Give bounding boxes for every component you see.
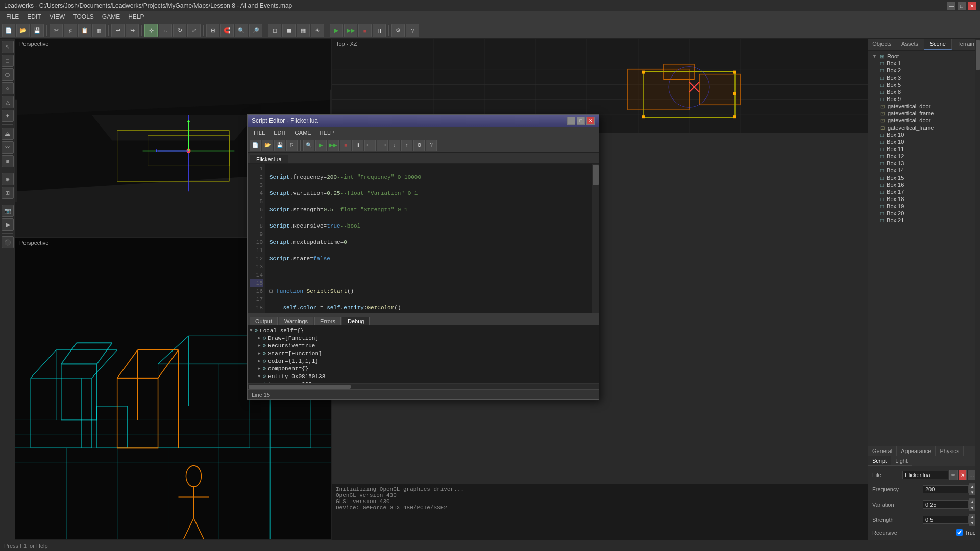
- sb-anim[interactable]: ▶: [2, 218, 14, 231]
- prop-str-input[interactable]: [923, 516, 969, 524]
- tb-snap[interactable]: 🧲: [220, 24, 234, 37]
- se-menu-game[interactable]: GAME: [290, 129, 315, 137]
- tb-copy[interactable]: ⎘: [64, 24, 77, 37]
- tree-item-gvdoor2[interactable]: ⊡ gatevertical_door: [878, 117, 978, 124]
- prop-file-input[interactable]: [902, 471, 948, 479]
- prop-file-edit-btn[interactable]: ✏: [949, 470, 958, 480]
- tb-redo[interactable]: ↪: [126, 24, 139, 37]
- se-hscroll-thumb[interactable]: [249, 385, 351, 389]
- se-hscrollbar[interactable]: [248, 383, 599, 389]
- tb-grid[interactable]: ⊞: [206, 24, 219, 37]
- prop-file-del-btn[interactable]: ✕: [959, 470, 967, 480]
- se-vscrollbar[interactable]: [592, 164, 599, 313]
- tree-item-box2[interactable]: □ Box 2: [878, 67, 978, 74]
- sb-paint[interactable]: ⚫: [2, 236, 14, 248]
- props-tab-appearance[interactable]: Appearance: [897, 446, 936, 456]
- tree-item-box12[interactable]: □ Box 12: [878, 153, 978, 160]
- tree-item-box21[interactable]: □ Box 21: [878, 217, 978, 224]
- prop-freq-input[interactable]: [923, 485, 969, 493]
- tb-delete[interactable]: 🗑: [92, 24, 106, 37]
- props-tab-scene[interactable]: Scene: [924, 39, 952, 50]
- tb-settings[interactable]: ⚙: [391, 24, 405, 37]
- tree-item-box16[interactable]: □ Box 16: [878, 181, 978, 188]
- tb-zoom-in[interactable]: 🔍: [235, 24, 248, 37]
- tree-item-box8[interactable]: □ Box 8: [878, 88, 978, 95]
- tb-cut[interactable]: ✂: [50, 24, 63, 37]
- se-close[interactable]: ✕: [586, 117, 595, 125]
- se-tb-run[interactable]: ▶: [315, 140, 327, 151]
- menu-view[interactable]: VIEW: [45, 12, 69, 21]
- tb-undo[interactable]: ↩: [111, 24, 125, 37]
- tb-paste[interactable]: 📋: [78, 24, 91, 37]
- se-tb-open[interactable]: 📂: [262, 140, 273, 151]
- tb-select[interactable]: ⊹: [144, 24, 158, 37]
- sb-water[interactable]: 〰: [2, 141, 14, 154]
- tb-wireframe[interactable]: ◻: [268, 24, 281, 37]
- scene-tree[interactable]: ▼ ⊞ Root □ Box 1 □ Box 2 □ Box 3 □: [868, 51, 980, 446]
- tb-help[interactable]: ?: [406, 24, 419, 37]
- sb-prefab[interactable]: ⊕: [2, 173, 14, 185]
- debug-content[interactable]: ▼ ⚙ Local self={} ▶ ⚙ Draw=[Function] ▶ …: [248, 325, 599, 383]
- sb-pointer[interactable]: ↖: [2, 41, 14, 53]
- se-tb-settings[interactable]: ⚙: [413, 140, 425, 151]
- se-tb-step-fwd[interactable]: ⟶: [377, 140, 388, 151]
- sb-sphere[interactable]: ○: [2, 82, 14, 94]
- sb-camera[interactable]: 📷: [2, 205, 14, 217]
- sb-group[interactable]: ⊞: [2, 187, 14, 199]
- tree-item-box1[interactable]: □ Box 1: [878, 60, 978, 67]
- tb-move[interactable]: ↔: [159, 24, 172, 37]
- tb-new[interactable]: 📄: [2, 24, 15, 37]
- tree-item-box20[interactable]: □ Box 20: [878, 210, 978, 217]
- se-tb-new[interactable]: 📄: [250, 140, 261, 151]
- props-scroll-thumb[interactable]: [976, 40, 980, 70]
- close-button[interactable]: ✕: [968, 2, 976, 10]
- tb-pause[interactable]: ⏸: [373, 24, 386, 37]
- sb-box[interactable]: □: [2, 55, 14, 67]
- se-tab-flicker[interactable]: Flicker.lua: [250, 155, 288, 163]
- tb-play-fast[interactable]: ▶▶: [344, 24, 357, 37]
- tb-scale[interactable]: ⤢: [187, 24, 201, 37]
- se-tb-step-in[interactable]: ↓: [389, 140, 400, 151]
- se-tb-step-back[interactable]: ⟵: [364, 140, 376, 151]
- menu-edit[interactable]: EDIT: [23, 12, 45, 21]
- tree-item-box14[interactable]: □ Box 14: [878, 167, 978, 174]
- tree-item-gvframe2[interactable]: ⊡ gatevertical_frame: [878, 124, 978, 131]
- se-tb-help[interactable]: ?: [426, 140, 437, 151]
- tb-stop[interactable]: ■: [358, 24, 372, 37]
- se-menu-edit[interactable]: EDIT: [270, 129, 290, 137]
- se-maximize[interactable]: □: [577, 117, 585, 125]
- tree-item-box13[interactable]: □ Box 13: [878, 160, 978, 167]
- expand-root[interactable]: ▼: [872, 54, 877, 59]
- maximize-button[interactable]: □: [958, 2, 966, 10]
- props-vscrollbar[interactable]: [975, 39, 980, 540]
- se-tb-step-out[interactable]: ↑: [401, 140, 412, 151]
- props-tab-general[interactable]: General: [868, 446, 897, 456]
- sb-cylinder[interactable]: ⬭: [2, 68, 14, 81]
- props-tab-light[interactable]: Light: [891, 456, 912, 466]
- prop-var-input[interactable]: [923, 500, 969, 509]
- se-minimize[interactable]: —: [567, 117, 575, 125]
- tree-item-box9[interactable]: □ Box 9: [878, 95, 978, 103]
- tree-item-gvframe1[interactable]: ⊡ gatevertical_frame: [878, 110, 978, 117]
- props-tab-script[interactable]: Script: [868, 456, 891, 466]
- se-tb-save[interactable]: 💾: [274, 140, 285, 151]
- tree-item-box11[interactable]: □ Box 11: [878, 145, 978, 153]
- sb-fog[interactable]: ≋: [2, 155, 14, 167]
- sb-cone[interactable]: △: [2, 96, 14, 108]
- tree-item-box15[interactable]: □ Box 15: [878, 174, 978, 181]
- se-tb-pause[interactable]: ⏸: [352, 140, 363, 151]
- debug-tab-output[interactable]: Output: [250, 317, 278, 325]
- prop-rec-checkbox[interactable]: [956, 529, 963, 536]
- props-tab-physics[interactable]: Physics: [936, 446, 964, 456]
- minimize-button[interactable]: —: [947, 2, 955, 10]
- se-menu-file[interactable]: FILE: [250, 129, 270, 137]
- tree-item-box18[interactable]: □ Box 18: [878, 195, 978, 203]
- se-tb-copy[interactable]: ⎘: [286, 140, 298, 151]
- tb-light[interactable]: ☀: [311, 24, 324, 37]
- debug-tab-debug[interactable]: Debug: [342, 317, 370, 325]
- se-vscroll-thumb[interactable]: [593, 165, 599, 185]
- se-menu-help[interactable]: HELP: [315, 129, 338, 137]
- menu-game[interactable]: GAME: [98, 12, 124, 21]
- tree-item-box17[interactable]: □ Box 17: [878, 188, 978, 195]
- tb-solid[interactable]: ◼: [282, 24, 296, 37]
